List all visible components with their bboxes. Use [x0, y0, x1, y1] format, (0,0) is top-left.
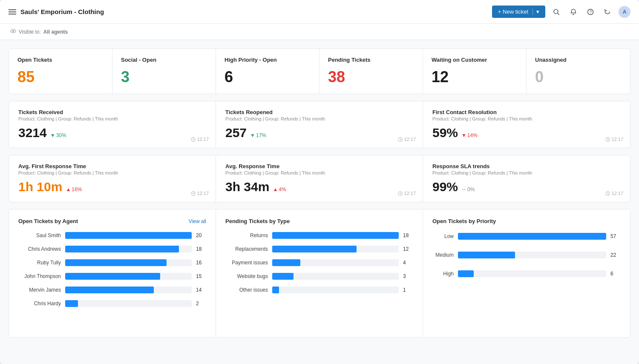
stat-card-title: Waiting on Customer [432, 57, 518, 63]
bar-label: Other issues [225, 287, 268, 293]
stat-card: Waiting on Customer 12 [423, 49, 527, 94]
priority-label: Low [432, 233, 454, 239]
metric-subtitle: Product: Clothing | Group: Refunds | Thi… [18, 170, 206, 175]
metric-change: ▲ 4% [273, 186, 286, 192]
metric-card: Tickets Received Product: Clothing | Gro… [9, 101, 216, 148]
metric-time: 12:17 [605, 191, 623, 196]
priority-bar-row: Medium 22 [432, 252, 621, 258]
metric-time: 12:17 [191, 191, 209, 196]
metric-subtitle: Product: Clothing | Group: Refunds | Thi… [18, 116, 206, 121]
priority-value: 57 [610, 233, 621, 239]
metric-title: Tickets Reopened [225, 109, 413, 115]
metric-subtitle: Product: Clothing | Group: Refunds | Thi… [432, 170, 621, 175]
visible-to-label: Visible to: [19, 29, 41, 35]
bar-value: 20 [196, 232, 206, 238]
bar-track [272, 232, 399, 239]
bar-row: Chris Hardy 2 [18, 300, 206, 307]
priority-label: Medium [432, 252, 454, 258]
bar-value: 12 [403, 246, 413, 252]
eye-icon [10, 28, 16, 35]
view-all-link[interactable]: View all [189, 218, 206, 224]
priority-value: 6 [610, 271, 621, 277]
charts-row: Open Tickets by Agent View all Saul Smit… [9, 209, 630, 338]
bar-label: John Thompson [18, 273, 61, 279]
bar-track [65, 232, 192, 239]
priority-track [458, 270, 606, 277]
notifications-icon[interactable] [567, 6, 579, 18]
metric-value-row: 3h 34m ▲ 4% [225, 180, 413, 194]
bar-track [65, 273, 192, 280]
bar-value: 18 [403, 232, 413, 238]
bar-fill [65, 246, 179, 252]
priority-fill [458, 270, 474, 277]
bar-row: Chris Andrews 18 [18, 246, 206, 252]
bar-fill [272, 232, 399, 239]
svg-point-5 [12, 30, 14, 32]
stat-cards-row: Open Tickets 85 Social - Open 3 High Pri… [9, 49, 630, 94]
avatar[interactable]: A [619, 6, 630, 18]
bar-row: Replacements 12 [225, 246, 413, 252]
metric-value: 3214 [18, 126, 47, 140]
metric-change: ▼ 30% [50, 132, 66, 138]
bar-track [272, 259, 399, 266]
search-icon[interactable] [550, 6, 562, 18]
metric-card: Avg. Response Time Product: Clothing | G… [216, 155, 423, 202]
bar-fill [65, 287, 154, 293]
bar-label: Replacements [225, 246, 268, 252]
bar-row: John Thompson 15 [18, 273, 206, 280]
metric-value: 99% [432, 180, 458, 194]
bar-fill [272, 246, 357, 252]
metric-title: Response SLA trends [432, 163, 621, 169]
bar-label: Mervin James [18, 287, 61, 293]
metric-value: 1h 10m [18, 180, 62, 194]
bar-fill [272, 273, 294, 280]
hamburger-icon[interactable] [9, 9, 16, 14]
new-ticket-dropdown-icon[interactable]: ▾ [532, 9, 539, 15]
svg-text:?: ? [590, 10, 592, 14]
metric-title: Avg. First Response Time [18, 163, 206, 169]
stat-card: Social - Open 3 [112, 49, 216, 94]
bar-fill [65, 300, 78, 307]
app-title: Sauls' Emporium - Clothing [20, 8, 104, 15]
chart-agents: Open Tickets by Agent View all Saul Smit… [9, 209, 216, 337]
metric-card: First Contact Resolution Product: Clothi… [423, 101, 630, 148]
metric-change: ↔ 0% [461, 186, 475, 192]
metric-card: Response SLA trends Product: Clothing | … [423, 155, 630, 202]
metric-change: ▼ 14% [461, 132, 478, 138]
chart-type: Pending Tickets by Type Returns 18 Repla… [216, 209, 423, 337]
chart-priority: Open Tickets by Priority Low 57 Medium 2… [423, 209, 630, 337]
metrics-row-1: Tickets Received Product: Clothing | Gro… [9, 101, 630, 148]
metric-time: 12:17 [605, 137, 623, 142]
help-icon[interactable]: ? [584, 6, 596, 18]
bar-value: 15 [196, 273, 206, 279]
bar-track [65, 246, 192, 252]
visible-to-value: All agents [43, 29, 68, 35]
refresh-icon[interactable] [602, 6, 613, 18]
chart-title: Open Tickets by Agent [18, 218, 78, 224]
bar-label: Ruby Tully [18, 260, 61, 266]
new-ticket-button[interactable]: + New ticket ▾ [492, 6, 545, 18]
bar-label: Website bugs [225, 273, 268, 279]
bar-fill [65, 273, 160, 280]
metric-time: 12:17 [398, 137, 416, 142]
bar-track [65, 300, 192, 307]
bar-value: 16 [196, 260, 206, 266]
chart-header: Pending Tickets by Type [225, 218, 413, 224]
bar-value: 3 [403, 273, 413, 279]
bar-label: Chris Hardy [18, 301, 61, 307]
stat-card: Open Tickets 85 [9, 49, 112, 94]
bar-row: Returns 18 [225, 232, 413, 239]
priority-fill [458, 252, 515, 258]
topnav-left: Sauls' Emporium - Clothing [9, 8, 104, 15]
stat-card-title: Open Tickets [17, 57, 104, 63]
metric-change: ▼ 17% [250, 132, 266, 138]
bar-row: Ruby Tully 16 [18, 259, 206, 266]
metric-title: Avg. Response Time [225, 163, 413, 169]
stat-card-title: Social - Open [121, 57, 207, 63]
stat-card-value: 6 [225, 68, 311, 86]
metric-value-row: 59% ▼ 14% [432, 126, 621, 140]
stat-card-value: 38 [328, 68, 414, 86]
bar-fill [65, 232, 192, 239]
bar-label: Chris Andrews [18, 246, 61, 252]
bar-value: 4 [403, 260, 413, 266]
